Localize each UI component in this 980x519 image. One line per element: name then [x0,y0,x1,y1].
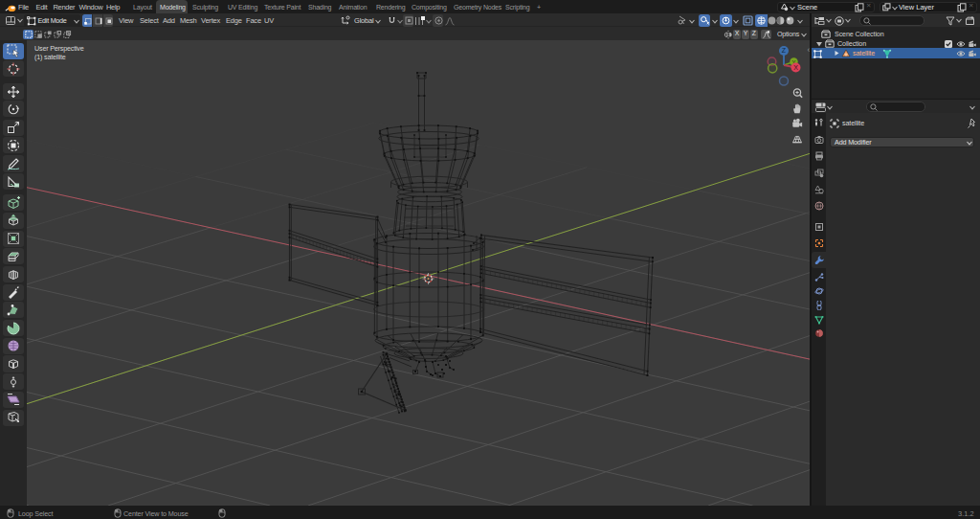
svg-text:X: X [793,64,798,71]
svg-text:Z: Z [782,47,787,54]
